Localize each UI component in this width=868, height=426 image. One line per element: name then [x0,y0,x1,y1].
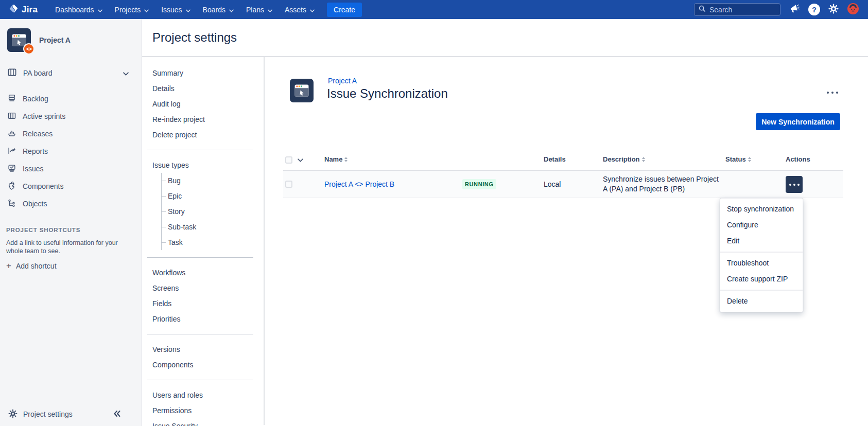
page-title: Issue Synchronization [327,86,448,101]
settings-nav-audit-log[interactable]: Audit log [152,96,264,112]
chevron-down-icon [144,6,149,14]
settings-nav-workflows[interactable]: Workflows [152,265,264,280]
sidebar-item-reports[interactable]: Reports [0,143,142,160]
nav-menu-boards[interactable]: Boards [197,0,240,19]
settings-nav-delete-project[interactable]: Delete project [152,127,264,143]
sync-description: Synchronize issues between Project A (PA… [603,174,724,194]
page-more-actions-button[interactable] [821,86,844,99]
feedback-megaphone-icon[interactable] [789,4,800,16]
nav-menu-issues[interactable]: Issues [155,0,196,19]
ship-icon [7,129,16,139]
settings-nav-details[interactable]: Details [152,81,264,96]
top-nav-left: Jira Dashboards Projects Issues Boards P… [0,0,362,19]
divider [147,380,253,380]
settings-nav-issue-type-bug[interactable]: Bug [162,173,264,188]
help-icon[interactable]: ? [808,4,820,15]
select-all-checkbox[interactable] [285,156,292,164]
settings-nav-versions[interactable]: Versions [152,342,264,357]
gear-icon [8,409,18,420]
new-synchronization-button[interactable]: New Synchronization [756,113,840,130]
column-header-description[interactable]: Description [603,155,645,163]
settings-nav-issue-types[interactable]: Issue types [152,157,264,173]
backlog-icon [7,94,16,104]
settings-nav-permissions[interactable]: Permissions [152,403,264,418]
settings-nav-users-and-roles[interactable]: Users and roles [152,387,264,403]
project-sidebar: <> Project A PA board Backlog Active spr… [0,19,142,426]
search-icon [699,5,706,14]
sidebar-item-pa-board[interactable]: PA board [0,64,142,82]
settings-nav-screens[interactable]: Screens [152,280,264,296]
row-actions-button[interactable] [786,176,803,193]
tree-icon [7,199,16,209]
menu-item-troubleshoot[interactable]: Troubleshoot [720,255,803,271]
project-shortcuts-description: Add a link to useful information for you… [6,239,126,255]
main-content: Project A Issue Synchronization New Sync… [265,57,868,425]
jira-logo-icon [8,3,19,16]
sort-icon [344,157,348,162]
sort-icon [748,157,751,162]
create-button[interactable]: Create [327,3,362,17]
nav-menu-projects[interactable]: Projects [109,0,155,19]
settings-nav-priorities[interactable]: Priorities [152,311,264,327]
chevron-down-icon [186,6,190,14]
settings-nav-components[interactable]: Components [152,357,264,372]
settings-nav-issue-type-story[interactable]: Story [162,204,264,219]
sidebar-item-backlog[interactable]: Backlog [0,90,142,108]
sync-name-link[interactable]: Project A <> Project B [324,180,394,188]
collapse-sidebar-icon[interactable] [113,410,120,418]
nav-menu-plans[interactable]: Plans [240,0,279,19]
gear-icon[interactable] [828,4,839,16]
sync-details: Local [544,180,561,188]
chevron-down-icon [310,6,315,14]
row-checkbox[interactable] [285,181,292,188]
sidebar-item-releases[interactable]: Releases [0,125,142,143]
code-badge-icon: <> [23,43,34,55]
nav-menu-assets[interactable]: Assets [279,0,321,19]
sidebar-item-project-settings[interactable]: Project settings [0,404,142,424]
issues-icon [7,164,16,174]
board-label: PA board [23,69,53,77]
settings-nav-issue-type-subtask[interactable]: Sub-task [162,219,264,235]
menu-item-edit[interactable]: Edit [720,233,803,249]
column-header-status[interactable]: Status [725,155,751,163]
sync-table-header: Name Details Description Status Actions [283,151,843,171]
nav-menu-dashboards[interactable]: Dashboards [49,0,109,19]
divider [147,334,253,334]
menu-item-create-support-zip[interactable]: Create support ZIP [720,271,803,287]
menu-item-stop-synchronization[interactable]: Stop synchronization [720,201,803,217]
content-region: Project settings Summary Details Audit l… [142,19,868,426]
sidebar-item-active-sprints[interactable]: Active sprints [0,108,142,125]
bulk-select-chevron-icon[interactable] [298,158,303,162]
sidebar-item-issues[interactable]: Issues [0,160,142,177]
menu-item-configure[interactable]: Configure [720,217,803,233]
top-nav-right: ? [694,3,868,17]
project-avatar: <> [7,28,31,52]
sidebar-item-objects[interactable]: Objects [0,195,142,212]
project-name: Project A [39,36,71,44]
settings-nav-summary[interactable]: Summary [152,65,264,81]
puzzle-icon [7,181,16,192]
divider [147,257,253,258]
column-header-name[interactable]: Name [324,155,348,163]
search-box[interactable] [694,3,780,16]
search-input[interactable] [709,6,776,14]
settings-nav-issue-type-task[interactable]: Task [162,235,264,250]
jira-logo-text: Jira [22,5,38,15]
add-shortcut-button[interactable]: + Add shortcut [6,262,57,270]
jira-logo[interactable]: Jira [8,3,49,16]
settings-nav-reindex-project[interactable]: Re-index project [152,112,264,127]
sync-table-row: Project A <> Project B Local Synchronize… [283,171,843,198]
sidebar-item-components[interactable]: Components [0,177,142,195]
sidebar-items: Backlog Active sprints Releases Reports … [0,90,142,212]
row-actions-menu: Stop synchronization Configure Edit Trou… [720,198,803,312]
page-header: Project settings [142,19,868,57]
settings-nav-issue-security[interactable]: Issue Security [152,418,264,426]
settings-nav-issue-type-epic[interactable]: Epic [162,188,264,204]
sort-icon [642,157,645,162]
menu-item-delete[interactable]: Delete [720,293,803,309]
user-avatar[interactable] [847,3,859,17]
chevron-down-icon[interactable] [123,69,129,77]
settings-page-title: Project settings [152,30,237,45]
breadcrumb-project-link[interactable]: Project A [328,77,357,85]
settings-nav-fields[interactable]: Fields [152,296,264,311]
